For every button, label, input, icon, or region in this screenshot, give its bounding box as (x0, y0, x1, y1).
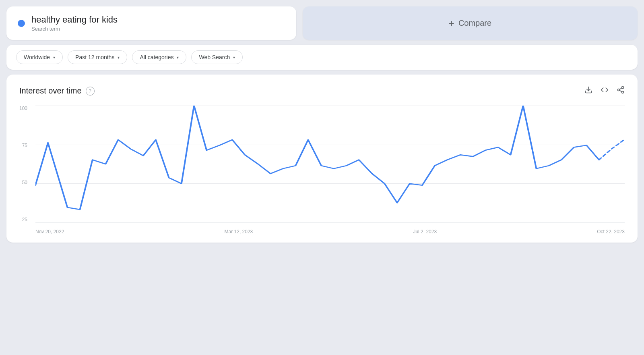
share-icon[interactable] (617, 86, 625, 96)
filter-location-label: Worldwide (24, 54, 50, 60)
chevron-down-icon: ▾ (53, 55, 55, 60)
x-label-jul: Jul 2, 2023 (413, 229, 437, 235)
filter-location[interactable]: Worldwide ▾ (16, 50, 63, 64)
chart-actions (584, 86, 625, 96)
term-dot (18, 20, 25, 27)
y-label-100: 100 (19, 106, 27, 111)
x-label-oct: Oct 22, 2023 (597, 229, 625, 235)
chevron-down-icon: ▾ (233, 55, 235, 60)
chevron-down-icon: ▾ (118, 55, 120, 60)
search-term-text: healthy eating for kids Search term (31, 15, 118, 32)
chart-dotted-line (599, 140, 624, 160)
x-label-mar: Mar 12, 2023 (225, 229, 253, 235)
compare-label: Compare (458, 19, 491, 28)
search-term-title: healthy eating for kids (31, 15, 118, 25)
chart-title-row: Interest over time ? (19, 86, 95, 95)
chart-title: Interest over time (19, 86, 82, 95)
y-label-75: 75 (19, 143, 27, 148)
y-label-25: 25 (19, 217, 27, 222)
search-term-card: healthy eating for kids Search term (6, 6, 296, 40)
x-label-nov: Nov 20, 2022 (35, 229, 64, 235)
plus-icon: + (449, 18, 454, 29)
compare-card[interactable]: + Compare (303, 6, 638, 40)
filter-search-type[interactable]: Web Search ▾ (191, 50, 243, 64)
filter-search-type-label: Web Search (199, 54, 230, 60)
line-chart-svg: .chart-line { fill: none; stroke: #4285f… (35, 106, 625, 222)
filters-row: Worldwide ▾ Past 12 months ▾ All categor… (6, 45, 638, 70)
chart-area: 100 75 50 25 .chart-line { fill: none; s… (35, 106, 625, 235)
filter-category[interactable]: All categories ▾ (132, 50, 186, 64)
svg-line-5 (619, 88, 622, 89)
filter-time-label: Past 12 months (75, 54, 114, 60)
chart-card: Interest over time ? (6, 75, 638, 243)
help-icon[interactable]: ? (86, 87, 95, 95)
chart-polyline (35, 106, 599, 210)
chevron-down-icon: ▾ (177, 55, 179, 60)
embed-icon[interactable] (601, 86, 609, 96)
chart-header: Interest over time ? (19, 86, 625, 96)
x-axis: Nov 20, 2022 Mar 12, 2023 Jul 2, 2023 Oc… (35, 225, 625, 235)
download-icon[interactable] (584, 86, 592, 96)
search-term-subtitle: Search term (31, 26, 118, 32)
y-axis: 100 75 50 25 (19, 106, 27, 222)
filter-category-label: All categories (140, 54, 173, 60)
y-label-50: 50 (19, 180, 27, 185)
grid-line-25 (35, 222, 625, 223)
filter-time[interactable]: Past 12 months ▾ (68, 50, 127, 64)
svg-line-4 (619, 90, 622, 91)
